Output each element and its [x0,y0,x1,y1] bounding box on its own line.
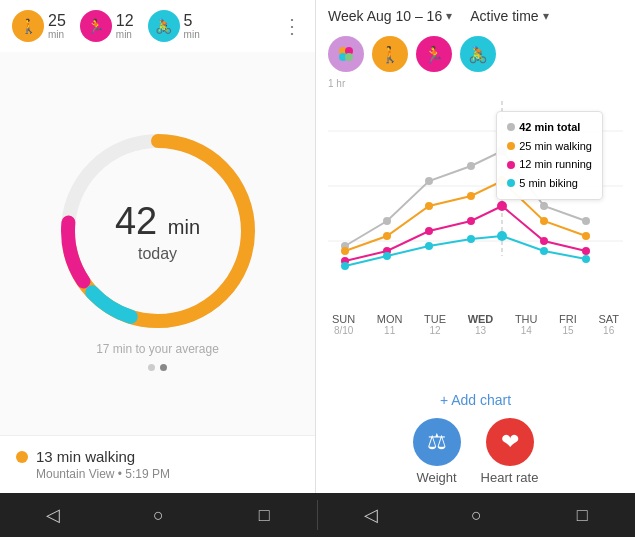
back-button-left[interactable]: ◁ [33,495,73,535]
filter-biking-btn[interactable]: 🚴 [460,36,496,72]
svg-point-39 [582,255,590,263]
stat-walking: 🚶 25 min [12,10,66,42]
walking-icon: 🚶 [12,10,44,42]
heart-rate-card[interactable]: ❤ Heart rate [481,418,539,485]
activity-title-row: 13 min walking [16,448,299,465]
active-time-selector[interactable]: Active time ▾ [470,8,548,24]
svg-point-38 [540,247,548,255]
svg-point-18 [582,217,590,225]
filter-walking-btn[interactable]: 🚶 [372,36,408,72]
tooltip-total: 42 min total [519,118,580,137]
svg-point-28 [425,227,433,235]
activity-bar: 13 min walking Mountain View • 5:19 PM [0,435,315,493]
svg-point-35 [425,242,433,250]
recents-button-left[interactable]: □ [244,495,284,535]
svg-point-30 [497,201,507,211]
x-tue: TUE 12 [424,313,446,336]
biking-minutes: 5 [184,12,200,30]
biking-unit: min [184,29,200,40]
svg-point-24 [540,217,548,225]
back-button-right[interactable]: ◁ [351,495,391,535]
biking-icon: 🚴 [148,10,180,42]
tooltip-walking-dot [507,142,515,150]
ring-sublabel: 17 min to your average [96,342,219,356]
x-axis-labels: SUN 8/10 MON 11 TUE 12 WED 13 THU 14 [328,313,623,336]
svg-point-36 [467,235,475,243]
x-sun: SUN 8/10 [332,313,355,336]
active-time-dropdown-icon: ▾ [543,9,549,23]
svg-point-17 [540,202,548,210]
dot-2 [160,364,167,371]
walking-minutes: 25 [48,12,66,30]
page-dots [148,364,167,371]
svg-point-33 [341,262,349,270]
tooltip-running-dot [507,161,515,169]
weight-icon: ⚖ [413,418,461,466]
svg-point-34 [383,252,391,260]
ring-minutes-value: 42 min [115,200,200,243]
activity-name: 13 min walking [36,448,135,465]
tooltip-biking: 5 min biking [519,174,578,193]
home-button-right[interactable]: ○ [456,495,496,535]
svg-point-22 [467,192,475,200]
y-axis-label: 1 hr [328,78,623,89]
week-selector[interactable]: Week Aug 10 – 16 ▾ [328,8,452,24]
left-panel: 🚶 25 min 🏃 12 min 🚴 5 min [0,0,315,493]
svg-point-14 [425,177,433,185]
svg-point-21 [425,202,433,210]
filter-all-btn[interactable] [328,36,364,72]
home-button-left[interactable]: ○ [138,495,178,535]
ring-center: 42 min today [115,200,200,263]
walking-unit: min [48,29,66,40]
ring-today-label: today [115,245,200,263]
stat-biking: 🚴 5 min [148,10,200,42]
running-icon: 🏃 [80,10,112,42]
weight-label: Weight [416,470,456,485]
chart-tooltip: 42 min total 25 min walking 12 min runni… [496,111,603,200]
x-sat: SAT 16 [598,313,619,336]
svg-point-7 [345,53,353,61]
top-stats-bar: 🚶 25 min 🏃 12 min 🚴 5 min [0,0,315,52]
week-dropdown-icon: ▾ [446,9,452,23]
heart-rate-icon: ❤ [486,418,534,466]
add-chart-button[interactable]: + Add chart [316,384,635,412]
more-options-icon[interactable]: ⋮ [282,14,303,38]
running-minutes: 12 [116,12,134,30]
filter-running-btn[interactable]: 🏃 [416,36,452,72]
chart-area: 1 hr [316,78,635,384]
right-header: Week Aug 10 – 16 ▾ Active time ▾ [316,0,635,32]
line-chart: 42 min total 25 min walking 12 min runni… [328,91,623,311]
dot-1 [148,364,155,371]
x-wed: WED 13 [468,313,494,336]
svg-point-13 [383,217,391,225]
ring-area: 42 min today 17 min to your average [0,52,315,435]
svg-point-32 [582,247,590,255]
activity-meta: Mountain View • 5:19 PM [16,467,299,481]
svg-point-29 [467,217,475,225]
activity-ring: 42 min today [53,126,263,336]
right-nav: ◁ ○ □ [318,495,635,535]
tooltip-total-dot [507,123,515,131]
svg-point-25 [582,232,590,240]
chart-cards: ⚖ Weight ❤ Heart rate [316,412,635,493]
active-time-label: Active time [470,8,538,24]
activity-filter-row: 🚶 🏃 🚴 [316,32,635,78]
recents-button-right[interactable]: □ [562,495,602,535]
x-thu: THU 14 [515,313,538,336]
tooltip-walking: 25 min walking [519,137,592,156]
tooltip-biking-dot [507,179,515,187]
svg-point-20 [383,232,391,240]
heart-rate-label: Heart rate [481,470,539,485]
right-panel: Week Aug 10 – 16 ▾ Active time ▾ 🚶 🏃 🚴 1… [315,0,635,493]
stat-running: 🏃 12 min [80,10,134,42]
svg-point-15 [467,162,475,170]
bottom-nav-bar: ◁ ○ □ ◁ ○ □ [0,493,635,537]
weight-card[interactable]: ⚖ Weight [413,418,461,485]
x-fri: FRI 15 [559,313,577,336]
left-nav: ◁ ○ □ [0,495,317,535]
svg-point-37 [497,231,507,241]
week-label: Week Aug 10 – 16 [328,8,442,24]
svg-point-19 [341,247,349,255]
x-mon: MON 11 [377,313,403,336]
svg-point-31 [540,237,548,245]
